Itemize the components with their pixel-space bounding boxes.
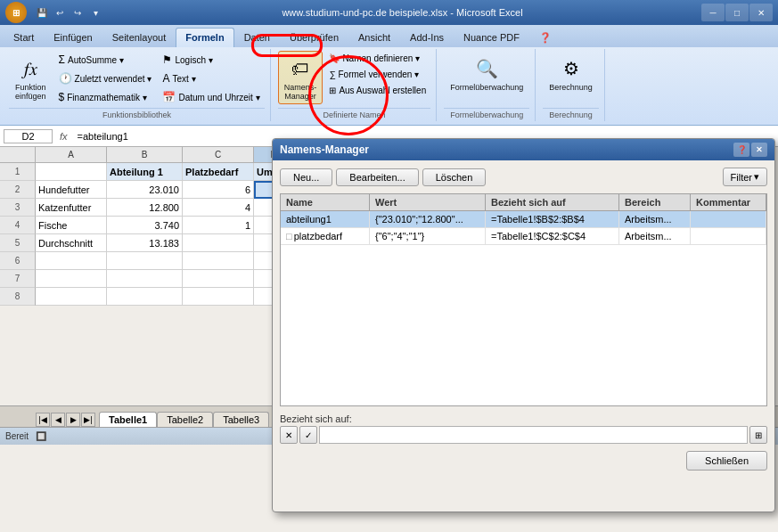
save-quick-btn[interactable]: 💾 xyxy=(34,4,50,20)
col-wert-header: Wert xyxy=(370,194,486,210)
aus-auswahl-btn[interactable]: ⊞ Aus Auswahl erstellen xyxy=(324,83,430,98)
text-btn[interactable]: A Text ▾ xyxy=(158,70,264,87)
zuletzt-arrow: ▾ xyxy=(147,74,152,84)
formel-verwenden-label: Formel verwenden xyxy=(339,70,413,79)
tab-einfuegen[interactable]: Einfügen xyxy=(44,28,102,47)
maximize-btn[interactable]: □ xyxy=(725,4,749,21)
namens-manager-dialog: Namens-Manager ❓ ✕ Neu... Bearbeiten... … xyxy=(272,138,775,512)
dropdown-quick-btn[interactable]: ▾ xyxy=(87,4,103,20)
cell-b3[interactable]: 12.800 xyxy=(107,199,183,217)
formelueberwachung-label: Formelüberwachung xyxy=(450,83,523,92)
formelueberwachung-icon: 🔍 xyxy=(472,54,501,83)
tab-ansicht[interactable]: Ansicht xyxy=(348,28,400,47)
calendar-icon: 📅 xyxy=(162,91,176,103)
redo-quick-btn[interactable]: ↪ xyxy=(70,4,86,20)
tab-nuance[interactable]: Nuance PDF xyxy=(454,28,529,47)
dialog-close-btn[interactable]: ✕ xyxy=(751,143,767,157)
berechnung-label: Berechnung xyxy=(549,83,593,92)
tab-addins[interactable]: Add-Ins xyxy=(400,28,454,47)
cell-a2[interactable]: Hundefutter xyxy=(36,181,107,199)
funktion-einfuegen-btn[interactable]: 𝑓𝑥 Funktioneinfügen xyxy=(9,51,53,104)
cell-c1[interactable]: Platzbedarf xyxy=(183,163,254,181)
cell-b2[interactable]: 23.010 xyxy=(107,181,183,199)
cell-c6[interactable] xyxy=(183,252,254,270)
col-header-b[interactable]: B xyxy=(107,147,183,163)
tab-formeln[interactable]: Formeln xyxy=(176,28,233,47)
sheet-nav-prev[interactable]: ◀ xyxy=(51,413,65,427)
cell-c7[interactable] xyxy=(183,270,254,288)
sheet-tab-tabelle1[interactable]: Tabelle1 xyxy=(99,412,157,427)
cell-b5[interactable]: 13.183 xyxy=(107,234,183,252)
neu-btn[interactable]: Neu... xyxy=(280,168,332,186)
tab-help[interactable]: ❓ xyxy=(529,28,561,47)
formel-icon: ∑ xyxy=(329,70,335,79)
close-btn[interactable]: ✕ xyxy=(749,4,773,21)
tab-ueberprufen[interactable]: Überprüfen xyxy=(280,28,348,47)
sheet-nav-first[interactable]: |◀ xyxy=(36,413,50,427)
berechnung-btn[interactable]: ⚙ Berechnung xyxy=(543,51,599,95)
sheet-nav-last[interactable]: ▶| xyxy=(81,413,95,427)
sheet-tab-tabelle2[interactable]: Tabelle2 xyxy=(157,412,213,427)
office-button[interactable]: ⊞ xyxy=(5,2,27,23)
sheet-nav-next[interactable]: ▶ xyxy=(66,413,80,427)
tab-seitenlayout[interactable]: Seitenlayout xyxy=(102,28,176,47)
cell-a4[interactable]: Fische xyxy=(36,217,107,234)
dialog-help-btn[interactable]: ❓ xyxy=(733,143,749,157)
autosumme-btn[interactable]: Σ AutoSumme ▾ xyxy=(54,51,157,69)
cell-b6[interactable] xyxy=(107,252,183,270)
formelueberwachung-btn[interactable]: 🔍 Formelüberwachung xyxy=(444,51,529,95)
refers-expand-btn[interactable]: ⊞ xyxy=(749,426,767,444)
dialog-list[interactable]: abteilung1 {"23.010";"12.800"... =Tabell… xyxy=(280,210,767,406)
cell-c3[interactable]: 4 xyxy=(183,199,254,217)
dialog-title-controls: ❓ ✕ xyxy=(733,143,767,157)
undo-quick-btn[interactable]: ↩ xyxy=(52,4,68,20)
entry-kommentar-2 xyxy=(691,228,766,244)
logisch-icon: ⚑ xyxy=(162,53,172,66)
cell-a1[interactable] xyxy=(36,163,107,181)
zuletzt-btn[interactable]: 🕐 Zuletzt verwendet ▾ xyxy=(54,70,157,87)
window-controls: ─ □ ✕ xyxy=(701,4,773,21)
col-header-c[interactable]: C xyxy=(183,147,254,163)
refers-input[interactable] xyxy=(319,426,748,444)
namen-definieren-btn[interactable]: 🔖 Namen definieren ▾ xyxy=(324,51,430,66)
minimize-btn[interactable]: ─ xyxy=(701,4,725,21)
datum-arrow: ▾ xyxy=(256,93,260,102)
cell-c2[interactable]: 6 xyxy=(183,181,254,199)
list-item-platzbedarf[interactable]: □platzbedarf {"6";"4";"1"} =Tabelle1!$C$… xyxy=(281,228,766,245)
cell-a8[interactable] xyxy=(36,288,107,306)
refers-check-btn[interactable]: ✓ xyxy=(299,426,317,444)
loeschen-btn[interactable]: Löschen xyxy=(422,168,487,186)
filter-btn[interactable]: Filter ▾ xyxy=(723,168,767,186)
namens-manager-btn[interactable]: 🏷 Namens-Manager xyxy=(278,51,323,104)
schliessen-btn[interactable]: Schließen xyxy=(686,451,767,471)
logisch-btn[interactable]: ⚑ Logisch ▾ xyxy=(158,51,264,69)
col-header-a[interactable]: A xyxy=(36,147,107,163)
cell-b4[interactable]: 3.740 xyxy=(107,217,183,234)
cell-c4[interactable]: 1 xyxy=(183,217,254,234)
cell-a6[interactable] xyxy=(36,252,107,270)
col-bereich-header: Bereich xyxy=(619,194,691,210)
list-item-abteilung1[interactable]: abteilung1 {"23.010";"12.800"... =Tabell… xyxy=(281,211,766,228)
refers-x-btn[interactable]: ✕ xyxy=(280,426,298,444)
cell-b8[interactable] xyxy=(107,288,183,306)
col-name-header: Name xyxy=(281,194,370,210)
ribbon-group-formelueberwachung: 🔍 Formelüberwachung Formelüberwachung xyxy=(438,49,536,121)
namen-definieren-label: Namen definieren xyxy=(342,53,413,63)
aus-auswahl-label: Aus Auswahl erstellen xyxy=(339,86,426,95)
datum-btn[interactable]: 📅 Datum und Uhrzeit ▾ xyxy=(158,88,264,106)
cell-b7[interactable] xyxy=(107,270,183,288)
cell-b1[interactable]: Abteilung 1 xyxy=(107,163,183,181)
name-box[interactable] xyxy=(4,129,53,143)
cell-a5[interactable]: Durchschnitt xyxy=(36,234,107,252)
bearbeiten-btn[interactable]: Bearbeiten... xyxy=(336,168,418,186)
sheet-tab-tabelle3[interactable]: Tabelle3 xyxy=(213,412,269,427)
cell-c5[interactable] xyxy=(183,234,254,252)
tab-daten[interactable]: Daten xyxy=(234,28,280,47)
formel-arrow: ▾ xyxy=(414,70,419,79)
cell-a3[interactable]: Katzenfutter xyxy=(36,199,107,217)
cell-c8[interactable] xyxy=(183,288,254,306)
formel-verwenden-btn[interactable]: ∑ Formel verwenden ▾ xyxy=(324,67,430,82)
finanzmathematik-btn[interactable]: $ Finanzmathematik ▾ xyxy=(54,88,157,106)
cell-a7[interactable] xyxy=(36,270,107,288)
tab-start[interactable]: Start xyxy=(4,28,44,47)
